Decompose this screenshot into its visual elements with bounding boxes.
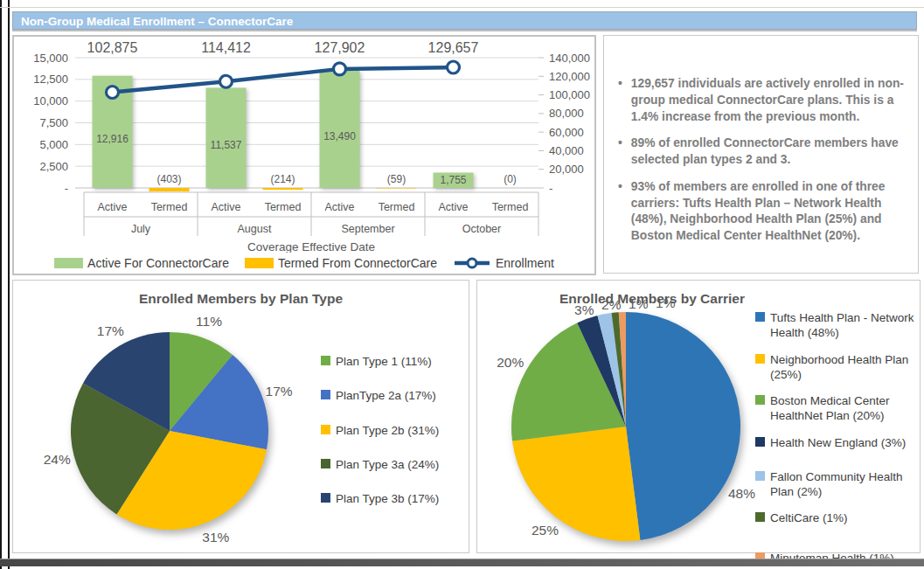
legend-label: PlanType 2a (17%) [336, 388, 436, 403]
left-axis-tick: 15,000 [33, 52, 68, 65]
dashboard-page: Non-Group Medical Enrollment – Connector… [0, 0, 924, 569]
enrollment-value-label: 129,657 [428, 40, 479, 55]
bullet-icon: • [615, 135, 622, 169]
subcategory-label: Active [324, 201, 354, 213]
left-axis-tick: 7,500 [39, 116, 68, 129]
legend-swatch-icon [755, 354, 765, 364]
legend-swatch-icon [755, 512, 765, 522]
pie-percent-label: 17% [266, 384, 293, 399]
right-axis-tick: 100,000 [549, 88, 590, 101]
right-axis-tick: 40,000 [549, 144, 584, 157]
right-axis-tick: 20,000 [549, 163, 584, 176]
carrier-pie-panel: Enrolled Members by Carrier 48%25%20%3%2… [476, 280, 921, 553]
carrier-pie-legend: Tufts Health Plan - Network Health (48%)… [755, 310, 916, 566]
pie-percent-label: 20% [497, 355, 524, 370]
legend-label: Neighborhood Health Plan (25%) [770, 352, 916, 383]
subcategory-label: Termed [151, 201, 188, 213]
legend-swatch-icon [245, 258, 274, 268]
x-axis-title: Coverage Effective Date [247, 240, 375, 253]
legend-label: Plan Type 3a (24%) [336, 457, 439, 472]
termed-value-label: (214) [270, 173, 295, 185]
pie-legend-item: Health New England (3%) [755, 435, 916, 450]
termed-value-label: (59) [387, 173, 406, 185]
subcategory-label: Active [211, 201, 240, 213]
legend-line-marker-icon [453, 257, 491, 269]
enrollment-value-label: 127,902 [315, 40, 365, 55]
pie-percent-label: 11% [196, 314, 222, 329]
carrier-pie-title: Enrolled Members by Carrier [477, 291, 827, 307]
pie-percent-label: 31% [202, 530, 229, 545]
termed-bar [263, 188, 303, 190]
termed-bar [377, 188, 417, 189]
enrollment-marker [448, 61, 460, 73]
right-axis-tick: 60,000 [549, 126, 584, 139]
subcategory-label: Termed [492, 201, 529, 213]
combo-chart-legend: Active For ConnectorCareTermed From Conn… [14, 253, 594, 274]
bullet-icon: • [615, 76, 622, 125]
legend-label: Enrollment [496, 256, 554, 270]
termed-value-label: (403) [156, 173, 181, 185]
page-bottom-band [0, 559, 924, 566]
enrollment-value-label: 114,412 [201, 40, 251, 55]
enrollment-chart-panel: 15,00012,50010,0007,5005,0002,500-140,00… [12, 35, 596, 275]
pie-legend-item: Neighborhood Health Plan (25%) [755, 352, 916, 383]
legend-swatch-icon [54, 258, 83, 268]
bullet-icon: • [615, 179, 622, 245]
enrollment-combo-chart: 15,00012,50010,0007,5005,0002,500-140,00… [14, 37, 594, 253]
page-top-rule [0, 7, 924, 8]
pie-legend-item: Plan Type 3b (17%) [321, 491, 439, 506]
page-left-border [0, 0, 10, 569]
enrollment-value-label: 102,875 [87, 40, 138, 55]
legend-swatch-icon [321, 390, 330, 399]
combo-legend-item: Termed From ConnectorCare [245, 256, 437, 270]
pie-legend-item: Plan Type 3a (24%) [321, 457, 439, 472]
legend-label: Active For ConnectorCare [87, 256, 229, 270]
legend-label: Boston Medical Center HealthNet Plan (20… [770, 393, 916, 424]
enrollment-marker [107, 87, 119, 99]
plan-type-pie-panel: Enrolled Members by Plan Type 11%17%31%2… [12, 280, 469, 553]
legend-label: Plan Type 3b (17%) [336, 491, 439, 506]
pie-percent-label: 25% [531, 523, 559, 538]
bar-value-label: 12,916 [96, 133, 129, 145]
plan-type-pie-title: Enrolled Members by Plan Type [13, 291, 469, 307]
subcategory-label: Active [438, 201, 468, 213]
pie-legend-item: Plan Type 1 (11%) [321, 354, 439, 369]
insight-text: 89% of enrolled ConnectorCare members ha… [631, 135, 907, 169]
page-title-text: Non-Group Medical Enrollment – Connector… [21, 15, 293, 28]
legend-swatch-icon [755, 395, 765, 405]
month-label: October [462, 223, 501, 235]
left-axis-tick: 12,500 [33, 73, 68, 86]
insight-bullet: • 89% of enrolled ConnectorCare members … [615, 135, 907, 169]
bar-value-label: 1,755 [440, 174, 466, 186]
pie-legend-item: Tufts Health Plan - Network Health (48%) [755, 310, 916, 341]
insight-text: 129,657 individuals are actively enrolle… [631, 76, 907, 125]
insight-bullet: • 93% of members are enrolled in one of … [615, 179, 907, 245]
left-axis-tick: - [65, 182, 68, 195]
subcategory-label: Active [97, 201, 127, 213]
termed-bar [149, 188, 190, 191]
pie-slice [626, 312, 740, 540]
insight-bullet: • 129,657 individuals are actively enrol… [615, 76, 907, 125]
bar-value-label: 13,490 [323, 130, 356, 142]
pie-legend-item: Plan Type 2b (31%) [321, 423, 439, 438]
subcategory-label: Termed [265, 201, 302, 213]
pie-legend-item: PlanType 2a (17%) [321, 388, 439, 403]
enrollment-marker [334, 63, 346, 75]
right-axis-tick: 80,000 [549, 107, 584, 120]
right-axis-tick: 140,000 [549, 52, 590, 65]
legend-label: Tufts Health Plan - Network Health (48%) [770, 310, 916, 341]
legend-label: CeltiCare (1%) [770, 510, 848, 525]
left-axis-tick: 2,500 [39, 160, 68, 173]
month-label: September [341, 223, 394, 235]
pie-percent-label: 17% [97, 323, 124, 338]
legend-label: Fallon Community Health Plan (2%) [770, 469, 916, 500]
left-axis-tick: 5,000 [39, 138, 68, 151]
month-label: July [131, 223, 151, 235]
plan-type-pie-legend: Plan Type 1 (11%)PlanType 2a (17%)Plan T… [321, 354, 439, 506]
pie-legend-item: CeltiCare (1%) [755, 510, 916, 525]
pie-percent-label: 24% [44, 452, 71, 467]
legend-marker [468, 259, 476, 267]
bar-value-label: 11,537 [211, 139, 242, 151]
legend-swatch-icon [755, 471, 765, 481]
legend-swatch-icon [321, 356, 330, 365]
